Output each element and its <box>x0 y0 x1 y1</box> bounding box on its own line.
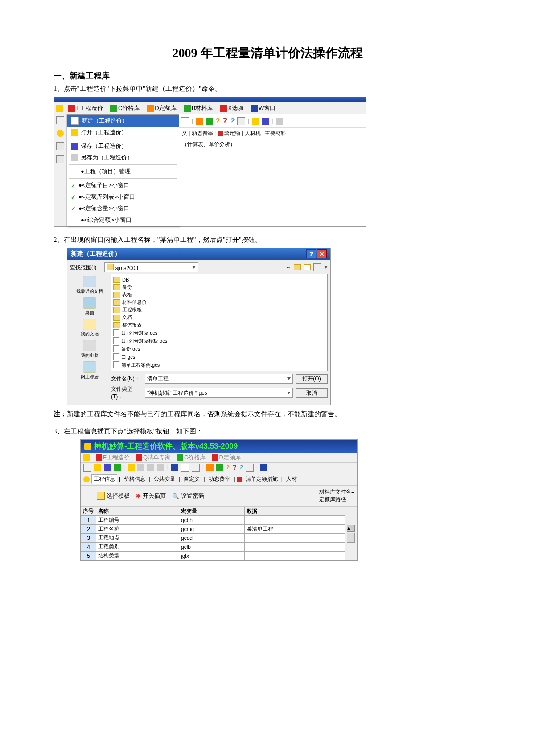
switch-page-button[interactable]: ✱ 开关插页 <box>136 488 166 503</box>
list-item[interactable]: 备份.gcs <box>113 345 325 353</box>
nav-newfolder-icon[interactable] <box>304 264 311 270</box>
view-icon[interactable] <box>313 263 321 271</box>
menu-x[interactable]: X选项 <box>218 104 245 113</box>
toolbar-icon[interactable] <box>276 118 283 125</box>
help-icon[interactable]: ? <box>226 464 230 472</box>
tab-dynamicrate[interactable]: 动态费率 <box>207 475 232 483</box>
places-recent[interactable]: 我最近的文档 <box>76 276 103 294</box>
open-button[interactable]: 打开(O) <box>296 374 328 384</box>
tb-icon[interactable] <box>157 464 164 471</box>
tb-icon[interactable] <box>192 464 200 472</box>
list-item[interactable]: 工程模板 <box>113 306 325 314</box>
help-icon[interactable]: ? <box>222 116 227 126</box>
tb-icon[interactable] <box>171 464 178 471</box>
scrollbar[interactable]: ▴ <box>345 507 357 560</box>
tb-icon[interactable] <box>246 464 254 472</box>
tabs-text[interactable]: 套定额 | 人材机 | 主要材料 <box>224 130 287 136</box>
places-mycomp[interactable]: 我的电脑 <box>81 340 99 359</box>
nav-back-icon[interactable]: ← <box>286 264 291 270</box>
lookin-combo[interactable]: sjms2003 <box>104 262 198 272</box>
tb-icon[interactable] <box>216 464 223 471</box>
table-row[interactable]: 2工程名称gcmc某清单工程 <box>81 525 357 534</box>
toolbar-icon[interactable] <box>237 117 245 125</box>
file-list[interactable]: DB 备份 表格 材料信息价 工程模板 文档 整体报表 1厅列号对应.gcs 1… <box>111 274 328 371</box>
tb-icon[interactable] <box>104 464 111 471</box>
menu-b[interactable]: B材料库 <box>182 104 215 113</box>
tb-icon[interactable] <box>137 464 144 471</box>
list-item[interactable]: 表格 <box>113 291 325 298</box>
tb-icon[interactable] <box>260 464 268 471</box>
set-password-button[interactable]: 🔍 设置密码 <box>172 488 204 503</box>
tb-icon[interactable] <box>147 464 154 471</box>
toolbar-icon[interactable] <box>181 117 189 125</box>
menu-f[interactable]: F工程造价 <box>66 104 105 113</box>
table-row[interactable]: 3工程地点gcdd <box>81 534 357 543</box>
smiley-icon[interactable] <box>57 130 64 137</box>
tb-icon[interactable] <box>83 464 91 472</box>
menu-sub2[interactable]: ✓ ●<定额库列表>小窗口 <box>67 191 179 203</box>
tab-projectinfo[interactable]: 工程信息 <box>91 474 117 484</box>
filetype-combo[interactable]: "神机妙算"工程造价 *.gcs <box>145 388 293 398</box>
tb-icon[interactable] <box>181 464 189 472</box>
help-icon[interactable]: ? <box>230 117 235 125</box>
tab-material[interactable]: 人材 <box>284 475 299 483</box>
tb-icon[interactable] <box>128 464 135 471</box>
list-item[interactable]: 材料信息价 <box>113 298 325 306</box>
list-item[interactable]: 1厅列号对应模板.gcs <box>113 337 325 345</box>
list-item[interactable]: 整体报表 <box>113 321 325 329</box>
places-desktop[interactable]: 桌面 <box>83 297 96 316</box>
menu-new[interactable]: 新建（工程造价） <box>67 115 179 127</box>
list-item[interactable]: 清单工程案例.gcs <box>113 361 325 369</box>
places-sidebar: 我最近的文档 桌面 我的文档 我的电脑 网上邻居 <box>70 274 109 402</box>
list-item[interactable]: 备份 <box>113 283 325 291</box>
menu-save[interactable]: 保存（工程造价） <box>67 140 179 152</box>
list-item[interactable]: 1厅列号对应.gcs <box>113 329 325 337</box>
menu-f[interactable]: F工程造价 <box>96 454 130 462</box>
tab-custom[interactable]: 自定义 <box>182 475 202 483</box>
tabs-text[interactable]: 义 | 动态费率 | <box>182 130 218 136</box>
toolbar-icon[interactable] <box>252 118 259 125</box>
table-row[interactable]: 5结构类型jglx <box>81 552 357 560</box>
table-row[interactable]: 1工程编号gcbh <box>81 516 357 525</box>
places-mydocs[interactable]: 我的文档 <box>81 319 99 337</box>
tb-icon[interactable] <box>114 464 121 471</box>
toolbar-icon[interactable] <box>206 118 213 125</box>
nav-up-icon[interactable] <box>294 264 301 270</box>
menu-project[interactable]: ●工程（项目）管理 <box>67 166 179 177</box>
menu-sub4[interactable]: ●<综合定额>小窗口 <box>67 214 179 226</box>
select-template-button[interactable]: 选择模板 <box>97 488 130 503</box>
tb-icon[interactable] <box>94 464 101 471</box>
list-item[interactable]: 文档 <box>113 314 325 321</box>
tool-icon[interactable] <box>56 142 64 150</box>
list-item[interactable]: 口.gcs <box>113 353 325 361</box>
menu-c[interactable]: C价格库 <box>177 454 206 462</box>
cancel-button[interactable]: 取消 <box>296 388 328 398</box>
menu-open[interactable]: 打开（工程造价） <box>67 127 179 138</box>
help-icon[interactable]: ? <box>239 464 243 472</box>
help-icon[interactable]: ? <box>232 464 237 472</box>
tab-publicvar[interactable]: 公共变量 <box>152 475 177 483</box>
toolbar-icon[interactable] <box>196 118 203 125</box>
menu-q[interactable]: Q清单专家 <box>136 454 171 462</box>
menu-c[interactable]: C价格库 <box>108 104 141 113</box>
help-icon[interactable]: ? <box>215 117 220 125</box>
menu-d[interactable]: D定额库 <box>212 454 240 462</box>
tab-priceinfo[interactable]: 价格信息 <box>122 475 147 483</box>
menu-sub1[interactable]: ✓ ●<定额子目>小窗口 <box>67 180 179 191</box>
toolbar-icon[interactable] <box>262 118 269 125</box>
table-row[interactable]: 4工程类别gclb <box>81 543 357 552</box>
places-network[interactable]: 网上邻居 <box>81 361 99 380</box>
tool-icon[interactable] <box>56 116 64 124</box>
tab-listmeasure[interactable]: 清单定额措施 <box>244 475 280 483</box>
help-button[interactable]: ? <box>306 249 316 258</box>
tool-icon[interactable] <box>56 155 64 163</box>
list-item[interactable]: DB <box>113 276 325 283</box>
filename-input[interactable]: 清单工程 <box>145 374 293 384</box>
menu-d[interactable]: D定额库 <box>145 104 178 113</box>
menu-saveas[interactable]: 另存为（工程造价）... <box>67 152 179 163</box>
dropdown-arrow-icon[interactable] <box>324 266 328 269</box>
menu-sub3[interactable]: ✓ ●<定额含量>小窗口 <box>67 203 179 214</box>
tb-icon[interactable] <box>206 464 214 471</box>
menu-w[interactable]: W窗口 <box>249 104 277 113</box>
close-button[interactable]: ✕ <box>317 249 327 258</box>
